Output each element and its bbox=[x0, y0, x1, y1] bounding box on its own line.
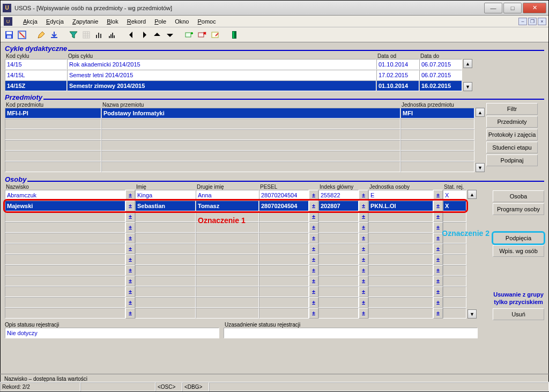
scroll-down-icon[interactable]: ▼ bbox=[463, 82, 472, 91]
dropdown-icon[interactable]: ± bbox=[359, 265, 368, 276]
przedmiot-nazwa[interactable]: Podstawy Informatyki bbox=[101, 108, 400, 119]
osoba-pesel[interactable] bbox=[259, 243, 309, 254]
osoba-stat-rej[interactable] bbox=[443, 233, 466, 243]
osoba-drugie-imie[interactable] bbox=[196, 286, 259, 297]
osoba-indeks[interactable]: 255822 bbox=[318, 190, 359, 201]
osoba-imie[interactable] bbox=[135, 286, 196, 297]
dropdown-icon[interactable]: ± bbox=[359, 308, 368, 319]
osoba-stat-rej[interactable] bbox=[443, 265, 466, 276]
cykl-data-od[interactable]: 01.10.2014 bbox=[376, 59, 419, 70]
osoba-jednostka[interactable] bbox=[368, 276, 433, 286]
exit-icon[interactable] bbox=[229, 29, 240, 40]
next-icon[interactable] bbox=[139, 29, 150, 40]
dropdown-icon[interactable]: ± bbox=[359, 297, 368, 308]
osoba-pesel[interactable] bbox=[259, 265, 309, 276]
osoba-stat-rej[interactable] bbox=[443, 297, 466, 308]
cykl-data-do[interactable]: 16.02.2015 bbox=[419, 80, 462, 91]
przedmiot-jednostka[interactable]: MFI bbox=[400, 108, 474, 119]
dropdown-icon[interactable]: ± bbox=[359, 201, 368, 211]
osoba-stat-rej[interactable] bbox=[443, 211, 466, 222]
osoba-stat-rej[interactable]: X bbox=[443, 190, 466, 201]
protokoly-button[interactable]: Protokoły i zajęcia bbox=[486, 129, 538, 140]
osoba-drugie-imie[interactable] bbox=[196, 211, 259, 222]
dropdown-icon[interactable]: ± bbox=[433, 211, 443, 222]
osoba-nazwisko[interactable]: Majewski bbox=[5, 201, 125, 211]
osoba-jednostka[interactable] bbox=[368, 243, 433, 254]
osoba-stat-rej[interactable]: X bbox=[443, 201, 466, 211]
dropdown-icon[interactable]: ± bbox=[433, 222, 443, 233]
osoba-imie[interactable]: Sebastian bbox=[135, 201, 196, 211]
menu-edycja[interactable]: Edycja bbox=[46, 18, 64, 25]
osoba-indeks[interactable] bbox=[318, 308, 359, 319]
przedmiot-row[interactable] bbox=[5, 119, 474, 129]
dropdown-icon[interactable]: ± bbox=[433, 243, 443, 254]
osoba-jednostka[interactable]: E bbox=[368, 190, 433, 201]
dropdown-icon[interactable]: ± bbox=[359, 222, 368, 233]
download-icon[interactable] bbox=[49, 29, 60, 40]
dropdown-icon[interactable]: ± bbox=[125, 286, 135, 297]
przedmiot-nazwa[interactable] bbox=[101, 140, 400, 151]
osoba-row[interactable]: Majewski±SebastianTomasz28070204504±2028… bbox=[5, 201, 466, 211]
osoba-row[interactable]: ±±±± bbox=[5, 222, 466, 233]
podpinaj-button[interactable]: Podpinaj bbox=[486, 154, 538, 166]
osoba-imie[interactable] bbox=[135, 308, 196, 319]
osoba-drugie-imie[interactable] bbox=[196, 265, 259, 276]
dropdown-icon[interactable]: ± bbox=[433, 190, 443, 201]
osoba-stat-rej[interactable] bbox=[443, 286, 466, 297]
przedmiot-jednostka[interactable] bbox=[400, 161, 474, 172]
osoba-jednostka[interactable] bbox=[368, 286, 433, 297]
dropdown-icon[interactable]: ± bbox=[433, 265, 443, 276]
osoba-nazwisko[interactable] bbox=[5, 254, 125, 265]
osoba-imie[interactable] bbox=[135, 297, 196, 308]
osoba-row[interactable]: ±±±± bbox=[5, 211, 466, 222]
osoba-nazwisko[interactable] bbox=[5, 297, 125, 308]
przedmioty-scrollbar[interactable]: ▲ ▼ bbox=[476, 108, 485, 172]
osoba-nazwisko[interactable] bbox=[5, 265, 125, 276]
osoba-jednostka[interactable] bbox=[368, 254, 433, 265]
dropdown-icon[interactable]: ± bbox=[309, 254, 318, 265]
dropdown-icon[interactable]: ± bbox=[433, 308, 443, 319]
scroll-down-icon[interactable]: ▼ bbox=[476, 163, 485, 172]
cykle-scrollbar[interactable]: ▲ ▼ bbox=[463, 59, 473, 91]
delete-icon[interactable] bbox=[197, 29, 207, 40]
osoba-imie[interactable] bbox=[135, 276, 196, 286]
osoba-stat-rej[interactable] bbox=[443, 308, 466, 319]
dropdown-icon[interactable]: ± bbox=[125, 276, 135, 286]
filter-icon[interactable] bbox=[68, 29, 79, 40]
osoba-pesel[interactable] bbox=[259, 276, 309, 286]
dropdown-icon[interactable]: ± bbox=[309, 233, 318, 243]
osoba-row[interactable]: Abramczuk±KingaAnna28070204504±255822±E±… bbox=[5, 190, 466, 201]
przedmioty-button[interactable]: Przedmioty bbox=[486, 116, 538, 128]
save-icon[interactable] bbox=[4, 29, 14, 40]
dropdown-icon[interactable]: ± bbox=[433, 233, 443, 243]
cykle-row[interactable]: 14/15LSemestr letni 2014/201517.02.20150… bbox=[5, 70, 462, 80]
scroll-down-icon[interactable]: ▼ bbox=[468, 309, 477, 319]
osoba-row[interactable]: ±±±± bbox=[5, 308, 466, 319]
osoba-stat-rej[interactable] bbox=[443, 276, 466, 286]
osoba-row[interactable]: ±±±± bbox=[5, 254, 466, 265]
dropdown-icon[interactable]: ± bbox=[359, 190, 368, 201]
przedmiot-jednostka[interactable] bbox=[400, 119, 474, 129]
osoba-indeks[interactable] bbox=[318, 254, 359, 265]
programy-osoby-button[interactable]: Programy osoby bbox=[493, 203, 544, 215]
osoba-row[interactable]: ±±±± bbox=[5, 297, 466, 308]
osoba-nazwisko[interactable] bbox=[5, 286, 125, 297]
cykl-kod[interactable]: 14/15 bbox=[5, 59, 67, 70]
dropdown-icon[interactable]: ± bbox=[309, 243, 318, 254]
dropdown-icon[interactable]: ± bbox=[125, 222, 135, 233]
cykle-row[interactable]: 14/15ZSemestr zimowy 2014/201501.10.2014… bbox=[5, 80, 462, 91]
osoba-nazwisko[interactable] bbox=[5, 211, 125, 222]
osoba-jednostka[interactable] bbox=[368, 222, 433, 233]
mdi-close[interactable]: × bbox=[538, 18, 546, 25]
osoba-pesel[interactable] bbox=[259, 308, 309, 319]
add-icon[interactable] bbox=[184, 29, 195, 40]
dropdown-icon[interactable]: ± bbox=[125, 297, 135, 308]
osoba-pesel[interactable] bbox=[259, 254, 309, 265]
osoba-button[interactable]: Osoba bbox=[493, 190, 544, 202]
przedmiot-jednostka[interactable] bbox=[400, 140, 474, 151]
osoba-indeks[interactable] bbox=[318, 297, 359, 308]
osoba-row[interactable]: ±±±± bbox=[5, 233, 466, 243]
osoba-drugie-imie[interactable] bbox=[196, 243, 259, 254]
up-icon[interactable] bbox=[152, 29, 162, 40]
osoba-indeks[interactable] bbox=[318, 265, 359, 276]
